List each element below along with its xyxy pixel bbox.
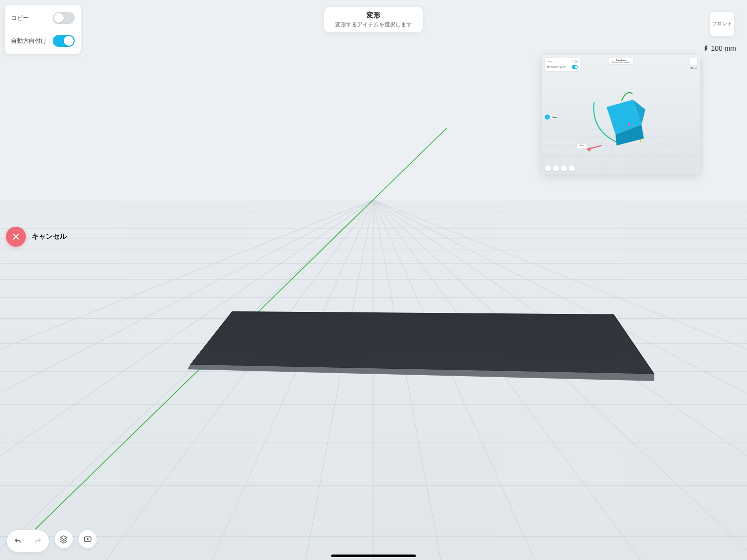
thumb-auto-orient-label: AUTO-ORIENTATION <box>547 66 566 68</box>
grid-size-readout[interactable]: ♯ 100 mm <box>704 44 736 53</box>
grid-hash-icon: ♯ <box>704 44 708 53</box>
bottom-toolbar <box>7 530 97 552</box>
scene-object-slab[interactable] <box>187 311 654 381</box>
layers-icon <box>59 535 68 544</box>
thumb-translate-tag: 0 mm <box>580 144 584 146</box>
grid-size-value: 100 mm <box>711 44 736 52</box>
auto-orient-toggle[interactable] <box>53 35 75 47</box>
svg-marker-33 <box>190 311 654 374</box>
mode-subtitle: 変形するアイテムを選択します <box>335 21 412 28</box>
options-card: コピー 自動方向付け <box>5 5 81 54</box>
redo-button[interactable] <box>29 532 47 550</box>
close-icon <box>12 233 20 241</box>
svg-point-53 <box>628 124 630 126</box>
auto-orient-label: 自動方向付け <box>11 37 47 45</box>
thumb-done-button: ✓Done <box>545 115 557 120</box>
mode-title: 変形 <box>335 11 412 20</box>
copy-toggle[interactable] <box>53 12 75 24</box>
cancel-label: キャンセル <box>32 232 67 241</box>
view-orientation-label: フロント <box>712 20 732 27</box>
help-video-button[interactable] <box>79 530 97 548</box>
mode-banner: 変形 変形するアイテムを選択します <box>324 7 423 32</box>
thumb-copy-label: COPY <box>547 60 552 63</box>
undo-button[interactable] <box>9 532 27 550</box>
home-indicator <box>331 555 416 557</box>
copy-label: コピー <box>11 14 29 22</box>
layers-button[interactable] <box>55 530 73 548</box>
thumb-view-button <box>690 58 697 65</box>
thumb-banner-sub: Select any item to transform <box>612 61 630 63</box>
thumb-grid-readout: ♯ 10 mm <box>690 67 697 69</box>
reference-thumbnail[interactable]: COPY AUTO-ORIENTATION Transform Select a… <box>542 55 700 174</box>
undo-icon <box>13 537 22 546</box>
cancel-button[interactable] <box>6 227 26 247</box>
redo-icon <box>33 537 42 546</box>
help-video-icon <box>83 535 92 544</box>
view-orientation-button[interactable]: フロント <box>710 12 734 36</box>
